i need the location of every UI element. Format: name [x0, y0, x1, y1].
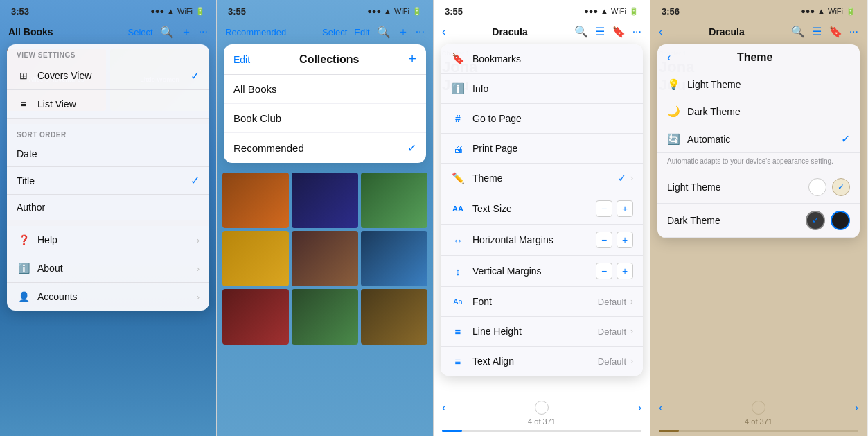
time-1: 3:53: [11, 6, 29, 17]
recommended-collection[interactable]: Recommended ✓: [224, 133, 426, 163]
text-size-increase[interactable]: +: [617, 200, 633, 217]
book-2-p2[interactable]: [292, 173, 358, 228]
search-icon-3[interactable]: 🔍: [574, 25, 588, 38]
text-size-decrease[interactable]: −: [596, 200, 612, 217]
bookmark-icon-3[interactable]: 🔖: [612, 25, 626, 38]
phone-1: 3:53 ●●● ▲ WiFi 🔋 All Books Select 🔍 ＋ ·…: [0, 0, 217, 436]
line-height-menu-item[interactable]: ≡ Line Height Default ›: [441, 317, 643, 347]
dark-swatch-2[interactable]: [831, 211, 850, 230]
dark-theme-swatch-label: Dark Theme: [667, 215, 720, 226]
search-icon-1[interactable]: 🔍: [160, 26, 174, 39]
goto-page-menu-item[interactable]: # Go to Page: [441, 104, 643, 134]
font-menu-item[interactable]: Aa Font Default ›: [441, 287, 643, 317]
sort-title-check: ✓: [191, 174, 200, 187]
line-height-icon: ≡: [450, 324, 466, 339]
sort-title-label: Title: [17, 175, 35, 186]
list-icon: ≡: [17, 97, 30, 111]
prev-page-4[interactable]: ‹: [659, 401, 662, 414]
edit-collections-button[interactable]: Edit: [233, 54, 250, 65]
dark-swatch-1[interactable]: ✓: [806, 211, 825, 230]
light-theme-item[interactable]: 💡 Light Theme: [657, 71, 860, 98]
info-menu-item[interactable]: ℹ️ Info: [441, 74, 643, 104]
vert-margins-right: − +: [596, 263, 633, 279]
light-swatch-1[interactable]: [808, 178, 826, 196]
horiz-margins-decrease[interactable]: −: [596, 232, 612, 248]
more-icon-4[interactable]: ···: [849, 26, 858, 38]
back-icon-3[interactable]: ‹: [442, 26, 445, 38]
info-icon: ℹ️: [450, 81, 466, 96]
all-books-collection[interactable]: All Books: [224, 75, 426, 104]
select-button-1[interactable]: Select: [128, 27, 153, 37]
select-button-2[interactable]: Select: [322, 27, 347, 37]
book-7-p2[interactable]: [222, 289, 289, 345]
covers-view-item[interactable]: ⊞ Covers View ✓: [7, 62, 209, 90]
horiz-margins-increase[interactable]: +: [617, 232, 633, 248]
book-club-collection[interactable]: Book Club: [224, 104, 426, 133]
more-icon-1[interactable]: ···: [199, 26, 208, 38]
edit-button-2[interactable]: Edit: [354, 27, 369, 37]
print-page-menu-item[interactable]: 🖨 Print Page: [441, 134, 643, 164]
status-bar-1: 3:53 ●●● ▲ WiFi 🔋: [0, 0, 216, 19]
collections-panel: Edit Collections + All Books Book Club R…: [224, 44, 426, 163]
add-collection-button[interactable]: +: [408, 51, 416, 67]
prev-page-3[interactable]: ‹: [442, 401, 445, 414]
scroll-thumb-4: [659, 430, 679, 432]
bookmark-icon-4[interactable]: 🔖: [829, 25, 842, 38]
sort-date-item[interactable]: Date: [7, 141, 209, 167]
vert-margins-decrease[interactable]: −: [596, 263, 612, 279]
next-page-4[interactable]: ›: [855, 401, 858, 414]
add-icon-1[interactable]: ＋: [181, 25, 192, 40]
line-height-label: Line Height: [472, 326, 522, 337]
next-page-3[interactable]: ›: [638, 401, 641, 414]
book-1-p2[interactable]: [222, 173, 289, 228]
page-dot-4: [752, 401, 765, 415]
theme-panel-4: ‹ Theme 💡 Light Theme 🌙 Dark Theme 🔄 Aut…: [657, 44, 860, 238]
book-8-p2[interactable]: [292, 289, 358, 345]
sort-author-item[interactable]: Author: [7, 195, 209, 220]
book-9-p2[interactable]: [361, 289, 427, 345]
bookmarks-menu-item[interactable]: 🔖 Bookmarks: [441, 44, 643, 74]
help-label: Help: [37, 234, 57, 245]
help-item[interactable]: ❓ Help ›: [7, 226, 209, 254]
sort-title-item[interactable]: Title ✓: [7, 167, 209, 195]
light-theme-label: Light Theme: [687, 79, 741, 90]
vert-margins-menu-item[interactable]: ↕ Vertical Margins − +: [441, 256, 643, 287]
add-icon-2[interactable]: ＋: [398, 25, 409, 40]
about-chevron: ›: [197, 263, 200, 274]
more-icon-3[interactable]: ···: [632, 26, 641, 38]
dark-theme-swatch-row: Dark Theme ✓: [657, 204, 860, 238]
book-4-p2[interactable]: [222, 231, 289, 286]
text-align-menu-item[interactable]: ≡ Text Align Default ›: [441, 347, 643, 376]
theme-back-button[interactable]: ‹: [667, 51, 671, 64]
text-align-icon: ≡: [450, 354, 466, 369]
search-icon-2[interactable]: 🔍: [377, 26, 391, 39]
automatic-theme-item[interactable]: 🔄 Automatic ✓: [657, 125, 860, 153]
text-size-menu-item[interactable]: AA Text Size − +: [441, 193, 643, 225]
sort-order-label: SORT ORDER: [7, 124, 209, 141]
back-icon-4[interactable]: ‹: [659, 26, 662, 38]
nav-bar-1: All Books Select 🔍 ＋ ···: [0, 19, 216, 44]
line-height-chevron: ›: [630, 326, 633, 336]
scroll-bar-4: [659, 430, 858, 432]
toc-icon-4[interactable]: ☰: [812, 25, 822, 38]
accounts-item[interactable]: 👤 Accounts ›: [7, 283, 209, 311]
phone-4: 3:56 ●●● ▲ WiFi 🔋 ‹ Dracula 🔍 ☰ 🔖 ··· Ch…: [650, 0, 867, 436]
text-align-right: Default ›: [598, 356, 633, 367]
book-5-p2[interactable]: [292, 231, 358, 286]
about-item[interactable]: ℹ️ About ›: [7, 254, 209, 283]
search-icon-4[interactable]: 🔍: [791, 25, 805, 38]
toc-icon-3[interactable]: ☰: [595, 25, 605, 38]
dracula-title-3: Dracula: [492, 26, 527, 37]
nav-actions-2: Select Edit 🔍 ＋ ···: [322, 25, 425, 40]
book-6-p2[interactable]: [361, 231, 427, 286]
light-theme-swatch-row: Light Theme ✓: [657, 171, 860, 204]
vert-margins-increase[interactable]: +: [617, 263, 633, 279]
horiz-margins-menu-item[interactable]: ↔ Horizontal Margins − +: [441, 225, 643, 256]
light-swatch-2[interactable]: ✓: [832, 178, 850, 196]
theme-menu-item[interactable]: ✏️ Theme ✓ ›: [441, 164, 643, 193]
book-3-p2[interactable]: [361, 173, 427, 228]
dark-theme-item[interactable]: 🌙 Dark Theme: [657, 98, 860, 125]
more-icon-2[interactable]: ···: [416, 26, 425, 38]
nav-actions-1: Select 🔍 ＋ ···: [128, 25, 208, 40]
list-view-item[interactable]: ≡ List View: [7, 90, 209, 119]
